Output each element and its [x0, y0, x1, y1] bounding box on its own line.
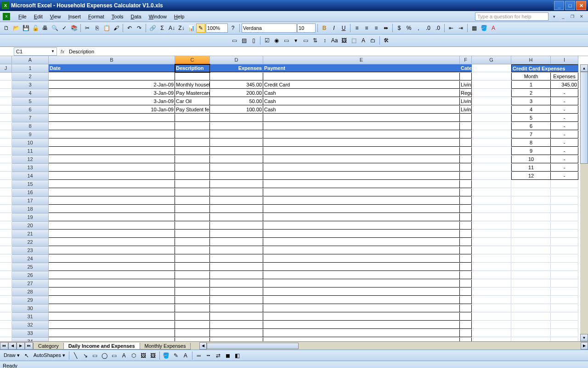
column-header[interactable]: E [263, 56, 460, 64]
cell[interactable]: 345.00 [551, 81, 578, 89]
cell[interactable] [210, 329, 263, 337]
cell[interactable] [0, 338, 12, 341]
cell[interactable] [511, 329, 551, 337]
cell[interactable] [0, 180, 12, 188]
cell[interactable] [551, 222, 578, 230]
doc-restore-button[interactable]: ❐ [569, 13, 576, 20]
print-preview-icon[interactable]: 🔍 [50, 23, 59, 33]
menu-data[interactable]: Data [127, 12, 145, 21]
cell[interactable]: 8 [511, 139, 551, 147]
hyperlink-icon[interactable]: 🔗 [148, 23, 157, 33]
decrease-indent-icon[interactable]: ⇤ [447, 23, 456, 33]
cell[interactable] [263, 189, 460, 196]
name-box-dropdown-icon[interactable]: ▼ [51, 49, 55, 53]
row-header[interactable]: 10 [12, 139, 49, 147]
cell[interactable] [472, 247, 511, 254]
cell[interactable]: - [551, 131, 578, 138]
cell[interactable] [511, 213, 551, 221]
align-left-icon[interactable]: ≡ [352, 23, 362, 33]
menu-view[interactable]: View [46, 12, 65, 21]
line-icon[interactable]: ╲ [71, 351, 80, 360]
cell[interactable] [210, 172, 263, 180]
cell[interactable] [460, 147, 472, 155]
column-header[interactable]: A [12, 56, 49, 64]
cell[interactable] [175, 263, 210, 271]
cell[interactable] [175, 147, 210, 155]
cell[interactable] [175, 73, 210, 80]
chart-wizard-icon[interactable]: 📊 [187, 23, 196, 33]
cell[interactable] [210, 205, 263, 213]
cell[interactable]: - [551, 106, 578, 114]
select-all-corner[interactable] [0, 56, 12, 64]
cell[interactable] [460, 189, 472, 196]
excel-doc-icon[interactable]: X [3, 13, 10, 20]
cell[interactable] [263, 247, 460, 254]
cell[interactable] [263, 271, 460, 279]
cell[interactable] [0, 106, 12, 114]
cell[interactable]: 6 [511, 122, 551, 130]
cell[interactable] [460, 263, 472, 271]
column-header[interactable]: J [0, 64, 12, 73]
tb2-label-icon[interactable]: Aa [330, 36, 339, 45]
cell[interactable] [472, 189, 511, 196]
fx-icon[interactable]: fx [58, 49, 67, 54]
cell[interactable] [0, 329, 12, 337]
cell[interactable] [511, 230, 551, 238]
cell[interactable] [472, 155, 511, 163]
autoshapes-menu[interactable]: AutoShapes ▾ [32, 352, 67, 358]
row-header[interactable]: 15 [12, 180, 49, 189]
cell[interactable] [49, 197, 175, 205]
cell[interactable] [472, 338, 511, 341]
cell[interactable] [472, 296, 511, 304]
cell[interactable] [175, 213, 210, 221]
percent-icon[interactable]: % [404, 23, 413, 33]
row-header[interactable]: 13 [12, 164, 49, 172]
cell[interactable]: - [551, 147, 578, 155]
close-button[interactable]: ✕ [576, 1, 586, 10]
cell[interactable] [263, 197, 460, 205]
redo-icon[interactable]: ↷ [135, 23, 144, 33]
cell[interactable] [263, 238, 460, 246]
cell[interactable] [210, 155, 263, 163]
cell[interactable] [472, 131, 511, 138]
cell[interactable] [175, 197, 210, 205]
increase-decimal-icon[interactable]: .0 [424, 23, 433, 33]
cell[interactable] [49, 321, 175, 329]
cell[interactable] [472, 313, 511, 321]
tb2-spinner-icon[interactable]: ⇅ [311, 36, 320, 45]
cell[interactable] [210, 213, 263, 221]
cell[interactable] [49, 271, 175, 279]
row-header[interactable]: 31 [12, 313, 49, 321]
scroll-left-icon[interactable]: ◀ [199, 342, 207, 350]
cell[interactable] [175, 296, 210, 304]
cell[interactable] [210, 189, 263, 196]
cell[interactable] [460, 296, 472, 304]
cell[interactable] [472, 197, 511, 205]
print-icon[interactable]: 🖶 [40, 23, 50, 33]
cell[interactable] [263, 222, 460, 230]
cell[interactable] [551, 280, 578, 288]
font-name-combo[interactable] [242, 23, 297, 33]
horizontal-scrollbar[interactable]: ◀ ▶ [199, 342, 588, 350]
cell[interactable] [0, 271, 12, 279]
help-search-input[interactable] [475, 12, 548, 21]
cell[interactable] [551, 329, 578, 337]
diagram-icon[interactable]: ⬡ [129, 351, 138, 360]
cell[interactable] [460, 222, 472, 230]
cell[interactable] [551, 247, 578, 254]
drawing-icon[interactable]: ✎ [196, 23, 205, 33]
row-header[interactable]: 26 [12, 271, 49, 280]
tb2-toggle-icon[interactable]: ⬚ [349, 36, 358, 45]
sort-asc-icon[interactable]: A↓ [167, 23, 176, 33]
spelling-icon[interactable]: ✓ [60, 23, 69, 33]
cell[interactable]: Cash [263, 98, 460, 105]
cell[interactable]: Cash [263, 89, 460, 97]
paste-icon[interactable]: 📋 [102, 23, 111, 33]
format-painter-icon[interactable]: 🖌 [112, 23, 121, 33]
cell[interactable] [210, 147, 263, 155]
cell[interactable] [472, 321, 511, 329]
cell[interactable]: 12 [511, 172, 551, 180]
cell[interactable] [472, 106, 511, 114]
cell[interactable] [551, 205, 578, 213]
cell[interactable]: - [551, 155, 578, 163]
